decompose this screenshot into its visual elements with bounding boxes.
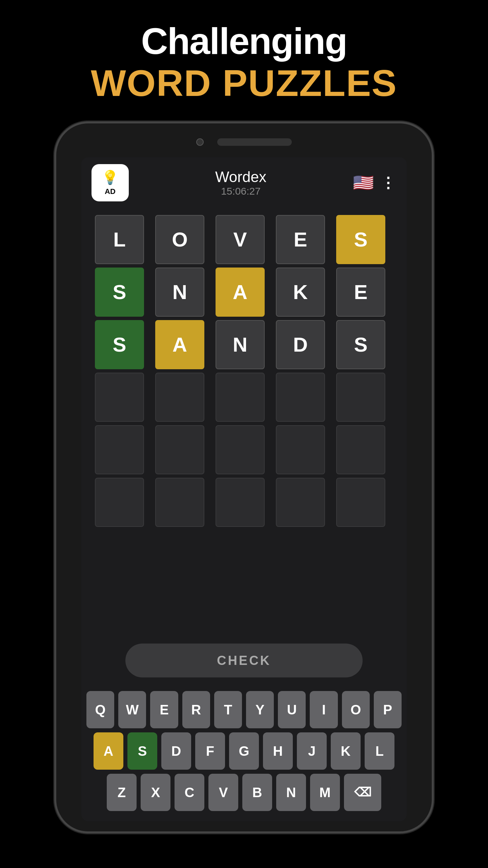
- tile: [336, 373, 385, 422]
- app-title-block: Wordex 15:06:27: [215, 169, 266, 197]
- check-button[interactable]: CHECK: [125, 644, 363, 677]
- tile: [95, 373, 144, 422]
- keyboard-key[interactable]: Q: [86, 691, 114, 728]
- tile: K: [276, 268, 325, 317]
- keyboard-key[interactable]: P: [374, 691, 402, 728]
- phone-camera: [196, 138, 204, 146]
- keyboard-key[interactable]: L: [365, 732, 394, 770]
- tile: A: [155, 320, 204, 369]
- keyboard-key[interactable]: H: [263, 732, 293, 770]
- keyboard-key[interactable]: ⌫: [344, 774, 381, 811]
- tile: [336, 478, 385, 527]
- keyboard-key[interactable]: N: [276, 774, 306, 811]
- keyboard-key[interactable]: C: [175, 774, 204, 811]
- hero-title: Challenging: [141, 20, 347, 61]
- keyboard-key[interactable]: R: [182, 691, 210, 728]
- keyboard-key[interactable]: Z: [107, 774, 137, 811]
- tile: S: [95, 320, 144, 369]
- tile: S: [336, 320, 385, 369]
- tile: [216, 373, 265, 422]
- tile: [276, 373, 325, 422]
- phone-top: [56, 123, 432, 154]
- tile: [155, 478, 204, 527]
- keyboard-key[interactable]: D: [161, 732, 191, 770]
- tile: [216, 425, 265, 474]
- game-grid: LOVESSNAKESANDS: [81, 208, 407, 534]
- keyboard-row: ASDFGHJKL: [86, 732, 402, 770]
- keyboard-key[interactable]: S: [127, 732, 157, 770]
- keyboard-key[interactable]: B: [242, 774, 272, 811]
- app-header-right: 🇺🇸 ⋮: [353, 173, 396, 193]
- keyboard-key[interactable]: E: [150, 691, 178, 728]
- flag-icon[interactable]: 🇺🇸: [353, 173, 374, 193]
- tile: [216, 478, 265, 527]
- keyboard-key[interactable]: A: [94, 732, 123, 770]
- bulb-icon: 💡: [102, 170, 119, 185]
- keyboard-row: ZXCVBNM⌫: [86, 774, 402, 811]
- tile: O: [155, 215, 204, 264]
- keyboard-key[interactable]: G: [229, 732, 259, 770]
- app-timer: 15:06:27: [215, 185, 266, 197]
- keyboard-key[interactable]: V: [208, 774, 238, 811]
- keyboard-key[interactable]: Y: [246, 691, 274, 728]
- tile: S: [95, 268, 144, 317]
- phone-speaker: [217, 138, 292, 146]
- keyboard-key[interactable]: F: [195, 732, 225, 770]
- keyboard-key[interactable]: W: [118, 691, 146, 728]
- tile: A: [216, 268, 265, 317]
- hero-subtitle: WORD PUZZLES: [91, 61, 397, 104]
- app-header: 💡 AD Wordex 15:06:27 🇺🇸 ⋮: [81, 157, 407, 208]
- keyboard-key[interactable]: T: [214, 691, 242, 728]
- more-menu-icon[interactable]: ⋮: [381, 175, 396, 190]
- keyboard: QWERTYUIOPASDFGHJKLZXCVBNM⌫: [81, 688, 407, 821]
- keyboard-key[interactable]: K: [331, 732, 361, 770]
- check-button-label: CHECK: [217, 653, 271, 668]
- keyboard-key[interactable]: M: [310, 774, 340, 811]
- tile: E: [276, 215, 325, 264]
- keyboard-key[interactable]: O: [342, 691, 370, 728]
- phone-shell: 💡 AD Wordex 15:06:27 🇺🇸 ⋮ LOVESSNAKESAND…: [54, 121, 434, 833]
- keyboard-row: QWERTYUIOP: [86, 691, 402, 728]
- tile: [155, 425, 204, 474]
- keyboard-key[interactable]: X: [141, 774, 170, 811]
- tile: N: [216, 320, 265, 369]
- phone-screen: 💡 AD Wordex 15:06:27 🇺🇸 ⋮ LOVESSNAKESAND…: [81, 157, 407, 821]
- tile: N: [155, 268, 204, 317]
- tile: D: [276, 320, 325, 369]
- tile: [276, 425, 325, 474]
- keyboard-key[interactable]: U: [278, 691, 306, 728]
- tile: [155, 373, 204, 422]
- ad-label: AD: [105, 187, 116, 196]
- app-title: Wordex: [215, 169, 266, 185]
- tile: E: [336, 268, 385, 317]
- tile: [95, 425, 144, 474]
- tile: S: [336, 215, 385, 264]
- keyboard-key[interactable]: J: [297, 732, 327, 770]
- ad-button[interactable]: 💡 AD: [92, 164, 129, 201]
- tile: V: [216, 215, 265, 264]
- tile: [95, 478, 144, 527]
- tile: [276, 478, 325, 527]
- tile: [336, 425, 385, 474]
- keyboard-key[interactable]: I: [310, 691, 338, 728]
- tile: L: [95, 215, 144, 264]
